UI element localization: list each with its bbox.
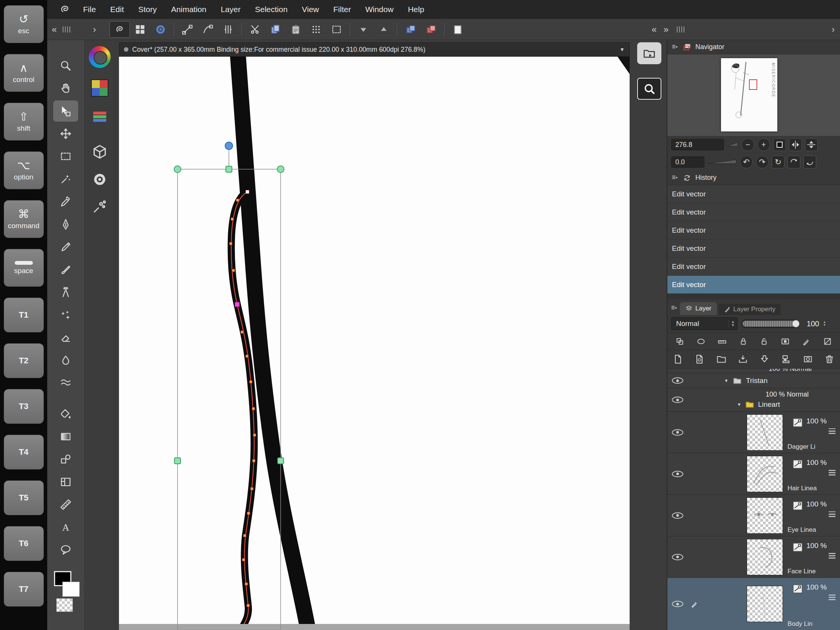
material-icon[interactable] xyxy=(92,144,108,160)
tab-layer[interactable]: Layer xyxy=(680,302,717,315)
enable-mask-icon[interactable] xyxy=(780,336,790,346)
tool-fill[interactable] xyxy=(53,403,78,425)
tool-operation[interactable] xyxy=(53,101,78,122)
visibility-eye-icon[interactable] xyxy=(672,396,683,403)
layer-row-tristan[interactable]: ▼ Tristan xyxy=(667,373,840,388)
key-esc[interactable]: ↺esc xyxy=(4,5,44,43)
mesh-transform-button[interactable] xyxy=(306,21,326,38)
history-entry[interactable]: Edit vector xyxy=(667,257,840,276)
new-layer-button[interactable] xyxy=(673,354,683,365)
tool-text[interactable]: A xyxy=(53,517,78,538)
workspace-grid-button[interactable] xyxy=(130,21,150,38)
vector-width-button[interactable] xyxy=(218,21,238,38)
reset-rotation-button[interactable]: ↻ xyxy=(772,156,785,169)
layer-menu-icon[interactable] xyxy=(829,470,835,475)
vector-curve-button[interactable] xyxy=(197,21,218,38)
canvas[interactable] xyxy=(119,57,630,630)
layer-row-eye[interactable]: 100 % Eye Linea xyxy=(667,495,840,536)
tool-decoration[interactable] xyxy=(53,305,78,325)
clip-to-layer-icon[interactable] xyxy=(675,336,685,346)
color-slider-icon[interactable] xyxy=(91,108,108,125)
tool-balloon[interactable] xyxy=(53,539,78,561)
rotate-left-button[interactable]: ↶ xyxy=(740,156,753,169)
layer-menu-icon[interactable] xyxy=(829,512,835,517)
key-control[interactable]: ∧control xyxy=(4,54,44,92)
layer-menu-icon[interactable] xyxy=(829,595,835,600)
panel-menu-icon[interactable] xyxy=(670,305,678,312)
blend-mode-stepper[interactable]: ▲▼ xyxy=(728,320,737,327)
expand-right-icon[interactable]: » xyxy=(664,25,668,34)
tool-eyedropper[interactable] xyxy=(53,191,78,212)
tool-pen[interactable] xyxy=(53,214,78,235)
bring-forward-button[interactable] xyxy=(374,21,394,38)
layer-color-icon[interactable] xyxy=(823,336,832,346)
vector-line-button[interactable] xyxy=(177,21,197,38)
combine-layer-blue-button[interactable] xyxy=(400,21,421,38)
tool-liquify[interactable] xyxy=(53,373,78,393)
tool-eraser[interactable] xyxy=(53,327,78,348)
opacity-value[interactable]: 100 xyxy=(802,319,819,328)
rotate-right-button[interactable]: ↷ xyxy=(756,156,769,169)
visibility-eye-icon[interactable] xyxy=(672,377,683,384)
menu-selection[interactable]: Selection xyxy=(250,5,292,14)
rotate-handle[interactable] xyxy=(225,142,233,150)
tool-gradient[interactable] xyxy=(53,426,78,447)
layer-row-body-selected[interactable]: 100 % Body Lin xyxy=(667,578,840,630)
key-command[interactable]: ⌘command xyxy=(4,200,44,238)
opacity-stepper[interactable]: ▲▼ xyxy=(823,321,826,327)
key-space[interactable]: space xyxy=(4,249,44,287)
layer-menu-icon[interactable] xyxy=(829,553,835,559)
tool-airbrush[interactable] xyxy=(53,282,78,303)
tool-auto-select[interactable] xyxy=(53,169,78,189)
zoom-out-button[interactable]: − xyxy=(741,138,754,151)
ruler-snap-icon[interactable] xyxy=(717,336,727,346)
layer-thumbnail[interactable] xyxy=(747,456,783,492)
menu-window[interactable]: Window xyxy=(360,5,398,14)
toolcol-drag-handle[interactable] xyxy=(63,27,70,33)
key-t2[interactable]: T2 xyxy=(4,343,44,378)
blend-mode-select[interactable]: Normal ▲▼ xyxy=(671,317,737,330)
panel-menu-icon[interactable] xyxy=(671,174,679,182)
subtool-gear-icon[interactable] xyxy=(92,172,107,187)
history-entry-selected[interactable]: Edit vector xyxy=(667,276,840,294)
delete-layer-button[interactable] xyxy=(824,354,835,365)
history-entry[interactable]: Edit vector xyxy=(667,221,840,240)
lock-transparent-icon[interactable] xyxy=(759,336,769,346)
key-t3[interactable]: T3 xyxy=(4,389,44,424)
visibility-eye-icon[interactable] xyxy=(672,471,683,477)
ellipse-region-icon[interactable] xyxy=(696,336,706,346)
history-entry[interactable]: Edit vector xyxy=(667,203,840,221)
key-t6[interactable]: T6 xyxy=(4,526,44,561)
tool-blend[interactable] xyxy=(53,350,78,371)
new-folder-button[interactable] xyxy=(716,354,727,365)
tool-hand[interactable] xyxy=(53,78,78,99)
key-t5[interactable]: T5 xyxy=(4,480,44,515)
tool-frame-border[interactable] xyxy=(53,471,78,493)
opacity-slider-knob[interactable] xyxy=(792,320,800,327)
rotation-slider[interactable] xyxy=(707,158,737,167)
flip-vertical-button[interactable] xyxy=(805,138,818,151)
layer-row-face[interactable]: 100 % Face Line xyxy=(667,536,840,578)
combine-layer-red-button[interactable] xyxy=(421,21,441,38)
cut-button[interactable] xyxy=(245,21,265,38)
key-t4[interactable]: T4 xyxy=(4,435,44,469)
tool-selection-area[interactable] xyxy=(53,146,78,167)
key-t7[interactable]: T7 xyxy=(4,572,44,606)
collapse-right-icon[interactable]: « xyxy=(652,25,657,34)
navigator-view-frame[interactable] xyxy=(749,80,757,90)
reset-all-button[interactable] xyxy=(804,156,816,169)
visibility-eye-icon[interactable] xyxy=(672,554,683,560)
key-option[interactable]: ⌥option xyxy=(4,152,44,189)
zoom-slider[interactable] xyxy=(727,140,738,149)
zoom-value-field[interactable]: 276.8 xyxy=(671,139,724,150)
draft-layer-icon[interactable] xyxy=(802,336,811,346)
merge-down-button[interactable] xyxy=(781,354,791,365)
history-entry[interactable]: Edit vector xyxy=(667,185,840,203)
expand-subtool-icon[interactable]: › xyxy=(93,25,96,34)
rightpanel-drag-handle[interactable] xyxy=(677,27,684,33)
panel-menu-icon[interactable] xyxy=(671,43,679,51)
move-to-folder-button[interactable] xyxy=(737,354,748,365)
transparent-color-swatch[interactable] xyxy=(56,598,73,612)
visibility-eye-icon[interactable] xyxy=(672,601,683,607)
navigator-preview-area[interactable]: MISERICORDE xyxy=(667,54,840,136)
